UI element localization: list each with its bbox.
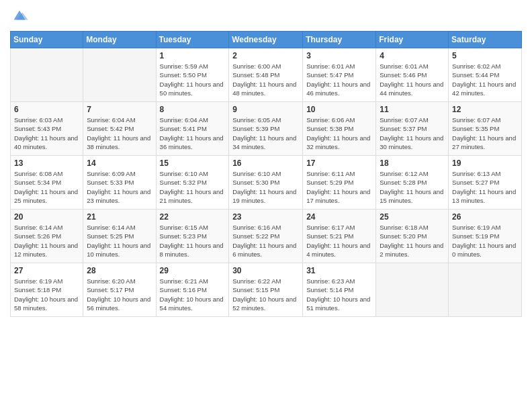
day-info: Sunrise: 6:01 AMSunset: 5:46 PMDaylight:… xyxy=(380,62,445,97)
day-number: 12 xyxy=(452,105,518,114)
day-info: Sunrise: 6:14 AMSunset: 5:26 PMDaylight:… xyxy=(14,223,79,259)
day-of-week-monday: Monday xyxy=(83,32,156,48)
days-of-week-row: SundayMondayTuesdayWednesdayThursdayFrid… xyxy=(11,32,522,48)
day-number: 24 xyxy=(306,212,372,222)
day-number: 15 xyxy=(160,158,226,168)
day-of-week-friday: Friday xyxy=(376,32,449,48)
day-info: Sunrise: 6:14 AMSunset: 5:25 PMDaylight:… xyxy=(87,223,152,259)
day-info: Sunrise: 6:09 AMSunset: 5:33 PMDaylight:… xyxy=(87,169,152,205)
calendar-cell: 24Sunrise: 6:17 AMSunset: 5:21 PMDayligh… xyxy=(303,210,376,263)
day-number: 27 xyxy=(14,266,79,275)
week-row-4: 20Sunrise: 6:14 AMSunset: 5:26 PMDayligh… xyxy=(11,210,522,263)
calendar-cell: 26Sunrise: 6:19 AMSunset: 5:19 PMDayligh… xyxy=(449,210,522,263)
day-number: 13 xyxy=(14,158,79,168)
day-info: Sunrise: 6:02 AMSunset: 5:44 PMDaylight:… xyxy=(452,62,518,97)
day-number: 28 xyxy=(87,266,152,275)
day-number: 29 xyxy=(160,266,226,275)
day-of-week-sunday: Sunday xyxy=(11,32,83,48)
day-info: Sunrise: 6:04 AMSunset: 5:42 PMDaylight:… xyxy=(87,116,152,151)
day-info: Sunrise: 6:20 AMSunset: 5:17 PMDaylight:… xyxy=(87,277,152,312)
day-number: 11 xyxy=(380,105,445,114)
calendar-cell xyxy=(376,263,449,317)
day-number: 6 xyxy=(14,105,79,114)
day-info: Sunrise: 6:19 AMSunset: 5:19 PMDaylight:… xyxy=(452,223,518,259)
calendar-cell: 28Sunrise: 6:20 AMSunset: 5:17 PMDayligh… xyxy=(83,263,156,317)
calendar-cell: 12Sunrise: 6:07 AMSunset: 5:35 PMDayligh… xyxy=(449,102,522,156)
day-info: Sunrise: 6:04 AMSunset: 5:41 PMDaylight:… xyxy=(160,116,226,151)
day-number: 30 xyxy=(232,266,299,275)
calendar-cell: 16Sunrise: 6:10 AMSunset: 5:30 PMDayligh… xyxy=(229,156,303,210)
day-info: Sunrise: 5:59 AMSunset: 5:50 PMDaylight:… xyxy=(160,62,226,97)
day-of-week-tuesday: Tuesday xyxy=(156,32,229,48)
calendar-cell xyxy=(83,48,156,102)
day-number: 10 xyxy=(306,105,372,114)
calendar-cell: 30Sunrise: 6:22 AMSunset: 5:15 PMDayligh… xyxy=(229,263,303,317)
week-row-2: 6Sunrise: 6:03 AMSunset: 5:43 PMDaylight… xyxy=(11,102,522,156)
day-info: Sunrise: 6:19 AMSunset: 5:18 PMDaylight:… xyxy=(14,277,79,312)
calendar-header: SundayMondayTuesdayWednesdayThursdayFrid… xyxy=(11,32,522,48)
day-number: 16 xyxy=(232,158,299,168)
day-info: Sunrise: 6:12 AMSunset: 5:28 PMDaylight:… xyxy=(380,169,445,205)
day-info: Sunrise: 6:11 AMSunset: 5:29 PMDaylight:… xyxy=(306,169,372,205)
day-number: 19 xyxy=(452,158,518,168)
calendar-cell: 7Sunrise: 6:04 AMSunset: 5:42 PMDaylight… xyxy=(83,102,156,156)
day-info: Sunrise: 6:18 AMSunset: 5:20 PMDaylight:… xyxy=(380,223,445,259)
calendar-body: 1Sunrise: 5:59 AMSunset: 5:50 PMDaylight… xyxy=(11,48,522,317)
week-row-1: 1Sunrise: 5:59 AMSunset: 5:50 PMDaylight… xyxy=(11,48,522,102)
day-number: 20 xyxy=(14,212,79,222)
day-info: Sunrise: 6:10 AMSunset: 5:32 PMDaylight:… xyxy=(160,169,226,205)
day-number: 1 xyxy=(160,51,226,60)
day-info: Sunrise: 6:03 AMSunset: 5:43 PMDaylight:… xyxy=(14,116,79,151)
day-number: 2 xyxy=(232,51,299,60)
calendar-table: SundayMondayTuesdayWednesdayThursdayFrid… xyxy=(10,31,522,317)
calendar-cell: 17Sunrise: 6:11 AMSunset: 5:29 PMDayligh… xyxy=(303,156,376,210)
calendar-cell: 20Sunrise: 6:14 AMSunset: 5:26 PMDayligh… xyxy=(11,210,83,263)
calendar-cell: 9Sunrise: 6:05 AMSunset: 5:39 PMDaylight… xyxy=(229,102,303,156)
day-number: 25 xyxy=(380,212,445,222)
day-number: 17 xyxy=(306,158,372,168)
calendar-cell: 3Sunrise: 6:01 AMSunset: 5:47 PMDaylight… xyxy=(303,48,376,102)
calendar-cell: 6Sunrise: 6:03 AMSunset: 5:43 PMDaylight… xyxy=(11,102,83,156)
calendar-cell: 31Sunrise: 6:23 AMSunset: 5:14 PMDayligh… xyxy=(303,263,376,317)
day-of-week-thursday: Thursday xyxy=(303,32,376,48)
calendar-cell: 5Sunrise: 6:02 AMSunset: 5:44 PMDaylight… xyxy=(449,48,522,102)
day-number: 26 xyxy=(452,212,518,222)
day-info: Sunrise: 6:16 AMSunset: 5:22 PMDaylight:… xyxy=(232,223,299,259)
day-number: 31 xyxy=(306,266,372,275)
calendar-cell xyxy=(449,263,522,317)
calendar-cell: 21Sunrise: 6:14 AMSunset: 5:25 PMDayligh… xyxy=(83,210,156,263)
day-info: Sunrise: 6:05 AMSunset: 5:39 PMDaylight:… xyxy=(232,116,299,151)
calendar-cell: 23Sunrise: 6:16 AMSunset: 5:22 PMDayligh… xyxy=(229,210,303,263)
day-info: Sunrise: 6:17 AMSunset: 5:21 PMDaylight:… xyxy=(306,223,372,259)
week-row-3: 13Sunrise: 6:08 AMSunset: 5:34 PMDayligh… xyxy=(11,156,522,210)
calendar-cell: 8Sunrise: 6:04 AMSunset: 5:41 PMDaylight… xyxy=(156,102,229,156)
calendar-cell: 18Sunrise: 6:12 AMSunset: 5:28 PMDayligh… xyxy=(376,156,449,210)
calendar-cell: 13Sunrise: 6:08 AMSunset: 5:34 PMDayligh… xyxy=(11,156,83,210)
day-info: Sunrise: 6:15 AMSunset: 5:23 PMDaylight:… xyxy=(160,223,226,259)
day-info: Sunrise: 6:23 AMSunset: 5:14 PMDaylight:… xyxy=(306,277,372,312)
calendar-cell: 29Sunrise: 6:21 AMSunset: 5:16 PMDayligh… xyxy=(156,263,229,317)
calendar-cell: 11Sunrise: 6:07 AMSunset: 5:37 PMDayligh… xyxy=(376,102,449,156)
day-number: 23 xyxy=(232,212,299,222)
day-info: Sunrise: 6:13 AMSunset: 5:27 PMDaylight:… xyxy=(452,169,518,205)
calendar-cell: 15Sunrise: 6:10 AMSunset: 5:32 PMDayligh… xyxy=(156,156,229,210)
calendar-cell: 25Sunrise: 6:18 AMSunset: 5:20 PMDayligh… xyxy=(376,210,449,263)
day-of-week-wednesday: Wednesday xyxy=(229,32,303,48)
day-number: 4 xyxy=(380,51,445,60)
day-number: 7 xyxy=(87,105,152,114)
day-number: 3 xyxy=(306,51,372,60)
day-of-week-saturday: Saturday xyxy=(449,32,522,48)
calendar-cell: 19Sunrise: 6:13 AMSunset: 5:27 PMDayligh… xyxy=(449,156,522,210)
day-number: 5 xyxy=(452,51,518,60)
day-number: 9 xyxy=(232,105,299,114)
day-info: Sunrise: 6:01 AMSunset: 5:47 PMDaylight:… xyxy=(306,62,372,97)
calendar-cell: 2Sunrise: 6:00 AMSunset: 5:48 PMDaylight… xyxy=(229,48,303,102)
day-info: Sunrise: 6:10 AMSunset: 5:30 PMDaylight:… xyxy=(232,169,299,205)
day-info: Sunrise: 6:22 AMSunset: 5:15 PMDaylight:… xyxy=(232,277,299,312)
day-info: Sunrise: 6:06 AMSunset: 5:38 PMDaylight:… xyxy=(306,116,372,151)
day-info: Sunrise: 6:00 AMSunset: 5:48 PMDaylight:… xyxy=(232,62,299,97)
day-number: 21 xyxy=(87,212,152,222)
calendar-cell: 10Sunrise: 6:06 AMSunset: 5:38 PMDayligh… xyxy=(303,102,376,156)
logo-icon xyxy=(10,7,29,26)
calendar-cell: 27Sunrise: 6:19 AMSunset: 5:18 PMDayligh… xyxy=(11,263,83,317)
